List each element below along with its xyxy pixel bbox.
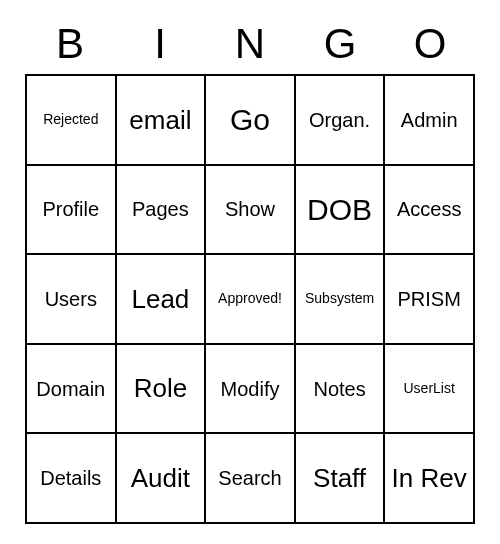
bingo-cell[interactable]: Access [384,165,474,255]
bingo-cell[interactable]: email [116,75,206,165]
bingo-cell[interactable]: Search [205,433,295,523]
bingo-cell[interactable]: Staff [295,433,385,523]
bingo-card: B I N G O RejectedemailGoOrgan.AdminProf… [25,20,475,524]
header-i: I [115,20,205,68]
bingo-cell[interactable]: In Rev [384,433,474,523]
bingo-cell[interactable]: Admin [384,75,474,165]
bingo-cell[interactable]: Go [205,75,295,165]
bingo-cell[interactable]: Subsystem [295,254,385,344]
bingo-cell[interactable]: Details [26,433,116,523]
header-o: O [385,20,475,68]
bingo-cell[interactable]: Lead [116,254,206,344]
bingo-cell[interactable]: Users [26,254,116,344]
bingo-cell[interactable]: Pages [116,165,206,255]
bingo-cell[interactable]: Domain [26,344,116,434]
bingo-cell[interactable]: Organ. [295,75,385,165]
bingo-cell[interactable]: Audit [116,433,206,523]
header-n: N [205,20,295,68]
bingo-grid: RejectedemailGoOrgan.AdminProfilePagesSh… [25,74,475,524]
header-b: B [25,20,115,68]
bingo-cell[interactable]: PRISM [384,254,474,344]
bingo-cell[interactable]: Profile [26,165,116,255]
bingo-cell[interactable]: Notes [295,344,385,434]
bingo-cell[interactable]: Show [205,165,295,255]
bingo-cell[interactable]: DOB [295,165,385,255]
header-g: G [295,20,385,68]
bingo-cell[interactable]: Rejected [26,75,116,165]
bingo-cell[interactable]: Role [116,344,206,434]
bingo-header-row: B I N G O [25,20,475,68]
bingo-cell[interactable]: Modify [205,344,295,434]
bingo-cell[interactable]: Approved! [205,254,295,344]
bingo-cell[interactable]: UserList [384,344,474,434]
